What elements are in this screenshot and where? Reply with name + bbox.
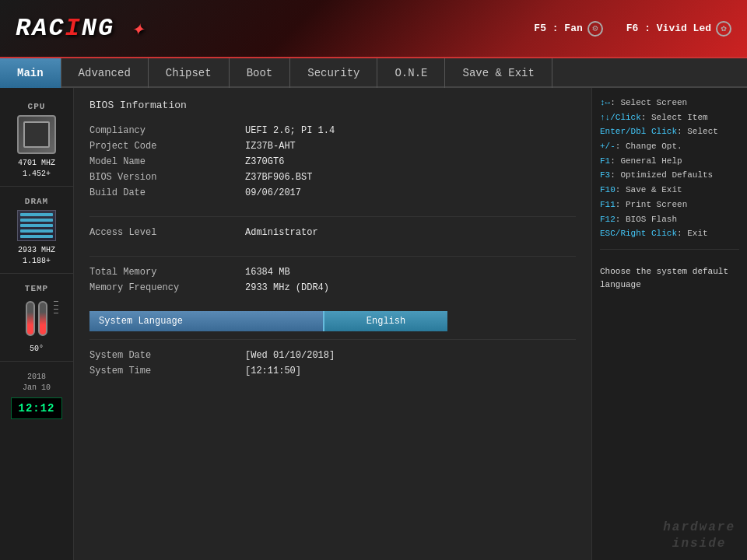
- help-line-0: ↕↔: Select Screen: [600, 96, 739, 110]
- f6-label: F6 : Vivid Led: [626, 23, 711, 34]
- divider-1: [89, 216, 576, 217]
- total-memory-value: 16384 MB: [245, 267, 290, 278]
- system-time-label: System Time: [89, 366, 245, 376]
- watermark-line1: hardware: [663, 520, 735, 536]
- fan-icon: ⚙: [587, 21, 603, 37]
- tab-one[interactable]: O.N.E: [377, 58, 445, 88]
- system-language-row[interactable]: System Language English: [89, 311, 576, 331]
- tab-main[interactable]: Main: [0, 58, 61, 88]
- system-language-value[interactable]: English: [323, 311, 447, 331]
- tab-advanced[interactable]: Advanced: [61, 58, 149, 88]
- model-name-label: Model Name: [89, 156, 245, 167]
- help-line-4: F1: General Help: [600, 154, 739, 169]
- cpu-icon: [17, 115, 56, 154]
- header-keys: F5 : Fan ⚙ F6 : Vivid Led ✿: [534, 21, 731, 37]
- tab-security[interactable]: Security: [290, 58, 377, 88]
- key-f11: F11: [600, 200, 615, 209]
- memory-freq-row: Memory Frequency 2933 MHz (DDR4): [89, 280, 576, 296]
- logo-accent: ✦: [131, 17, 146, 41]
- build-date-row: Build Date 09/06/2017: [89, 185, 576, 201]
- help-line-8: F12: BIOS Flash: [600, 212, 739, 227]
- thermometer-icon: [21, 297, 52, 340]
- key-esc: ESC/Right Click: [600, 229, 677, 238]
- bios-version-label: BIOS Version: [89, 172, 245, 183]
- system-date-value: [Wed 01/10/2018]: [245, 350, 335, 361]
- content-area: BIOS Information Compliancy UEFI 2.6; PI…: [74, 88, 591, 560]
- led-icon: ✿: [716, 21, 731, 37]
- system-time-value: [12:11:50]: [245, 366, 301, 376]
- logo: RACING ✦: [16, 14, 146, 43]
- header: RACING ✦ F5 : Fan ⚙ F6 : Vivid Led ✿: [0, 0, 747, 58]
- help-line-2: Enter/Dbl Click: Select: [600, 124, 739, 139]
- tab-chipset[interactable]: Chipset: [149, 58, 230, 88]
- f5-label: F5 : Fan: [534, 23, 582, 34]
- key-f1: F1: [600, 156, 610, 166]
- system-date-row: System Date [Wed 01/10/2018]: [89, 348, 576, 363]
- temp-section: TEMP 50°: [0, 278, 73, 362]
- total-memory-label: Total Memory: [89, 267, 245, 278]
- dram-icon: [17, 210, 56, 241]
- divider-2: [89, 256, 576, 257]
- main-layout: CPU 4701 MHZ 1.452+ DRAM 2933 MHZ 1.188+…: [0, 88, 747, 560]
- datetime-table: System Date [Wed 01/10/2018] System Time…: [89, 348, 576, 379]
- help-description: Choose the system default language: [600, 265, 739, 292]
- dram-ratio: 1.188+: [23, 256, 51, 267]
- left-sidebar: CPU 4701 MHZ 1.452+ DRAM 2933 MHZ 1.188+…: [0, 88, 74, 560]
- model-name-row: Model Name Z370GT6: [89, 154, 576, 170]
- help-line-1: ↑↓/Click: Select Item: [600, 110, 739, 125]
- compliancy-label: Compliancy: [89, 125, 245, 136]
- key-f10: F10: [600, 185, 615, 194]
- help-line-3: +/-: Change Opt.: [600, 139, 739, 154]
- key-f12: F12: [600, 215, 615, 224]
- bios-version-row: BIOS Version Z37BF906.BST: [89, 170, 576, 185]
- tab-save-exit[interactable]: Save & Exit: [445, 58, 552, 88]
- memory-freq-label: Memory Frequency: [89, 282, 245, 293]
- cpu-freq: 4701 MHZ: [18, 158, 55, 169]
- bios-info-table: Compliancy UEFI 2.6; PI 1.4 Project Code…: [89, 123, 576, 201]
- access-level-row: Access Level Administrator: [89, 225, 576, 240]
- key-enter: Enter/Dbl Click: [600, 127, 677, 136]
- dram-freq: 2933 MHZ: [18, 245, 55, 256]
- total-memory-row: Total Memory 16384 MB: [89, 264, 576, 280]
- help-divider: [600, 249, 739, 250]
- date-section: 2018 Jan 10 12:12: [7, 366, 65, 425]
- f6-key: F6 : Vivid Led ✿: [626, 21, 731, 37]
- access-table: Access Level Administrator: [89, 225, 576, 240]
- help-line-9: ESC/Right Click: Exit: [600, 226, 739, 241]
- compliancy-row: Compliancy UEFI 2.6; PI 1.4: [89, 123, 576, 138]
- watermark: hardware inside: [663, 520, 735, 552]
- memory-freq-value: 2933 MHz (DDR4): [245, 282, 329, 293]
- key-arrows: ↕↔: [600, 98, 610, 107]
- system-time-row: System Time [12:11:50]: [89, 363, 576, 379]
- model-name-value: Z370GT6: [245, 156, 284, 167]
- temp-label: TEMP: [25, 284, 48, 293]
- access-level-value: Administrator: [245, 227, 318, 238]
- help-panel: ↕↔: Select Screen ↑↓/Click: Select Item …: [591, 88, 747, 560]
- cpu-ratio: 1.452+: [23, 169, 51, 180]
- tab-boot[interactable]: Boot: [230, 58, 291, 88]
- cpu-section: CPU 4701 MHZ 1.452+: [0, 96, 73, 187]
- compliancy-value: UEFI 2.6; PI 1.4: [245, 125, 335, 136]
- logo-text: RACING ✦: [16, 14, 146, 43]
- project-code-value: IZ37B-AHT: [245, 141, 296, 152]
- dram-label: DRAM: [25, 197, 48, 206]
- help-line-6: F10: Save & Exit: [600, 183, 739, 198]
- nav-tabs: Main Advanced Chipset Boot Security O.N.…: [0, 58, 747, 88]
- bios-version-value: Z37BF906.BST: [245, 172, 312, 183]
- thermometer-lines: [54, 301, 58, 313]
- thermometer-body2: [38, 301, 47, 336]
- project-code-row: Project Code IZ37B-AHT: [89, 138, 576, 154]
- date-year: 2018: [11, 372, 61, 383]
- project-code-label: Project Code: [89, 141, 245, 152]
- temp-value: 50°: [30, 344, 44, 355]
- help-text: ↕↔: Select Screen ↑↓/Click: Select Item …: [600, 96, 739, 241]
- access-level-label: Access Level: [89, 227, 245, 238]
- help-line-7: F11: Print Screen: [600, 198, 739, 212]
- help-line-5: F3: Optimized Defaults: [600, 168, 739, 183]
- f5-key: F5 : Fan ⚙: [534, 21, 602, 37]
- date-month-day: Jan 10: [11, 383, 61, 394]
- key-f3: F3: [600, 170, 610, 180]
- bios-info-title: BIOS Information: [89, 100, 576, 111]
- thermometer-body: [26, 301, 35, 336]
- memory-table: Total Memory 16384 MB Memory Frequency 2…: [89, 264, 576, 296]
